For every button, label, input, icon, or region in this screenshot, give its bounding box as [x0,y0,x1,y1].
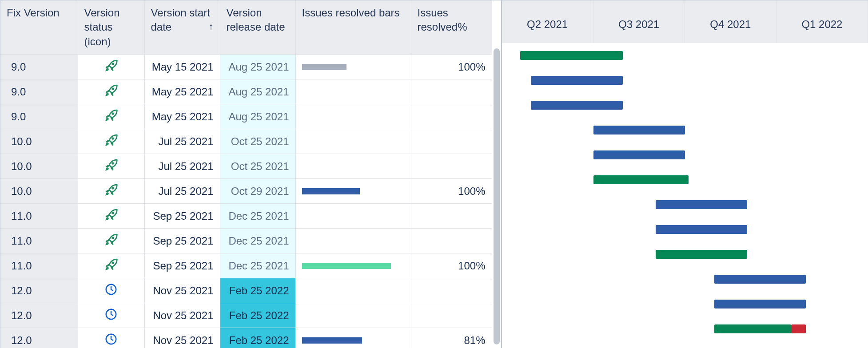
cell-release-date: Oct 29 2021 [220,179,295,204]
cell-release-date: Dec 25 2021 [220,253,295,278]
cell-issues-bar [295,104,411,129]
version-table-area: Fix Version Version status (icon) Versio… [0,0,502,348]
cell-status-icon [78,55,144,79]
table-row[interactable]: 10.0 Jul 25 2021Oct 25 2021 [0,129,492,154]
clock-icon [104,283,118,299]
cell-release-date: Dec 25 2021 [220,204,295,229]
col-issues-pct[interactable]: Issues resolved% [411,0,492,55]
cell-issues-pct [411,79,492,104]
table-row[interactable]: 11.0 Sep 25 2021Dec 25 2021100% [0,253,492,278]
gantt-bar[interactable] [791,324,806,333]
cell-start-date: Nov 25 2021 [144,303,220,328]
cell-issues-pct [411,303,492,328]
gantt-bar[interactable] [531,101,622,110]
cell-fix-version: 9.0 [0,79,78,104]
svg-point-6 [112,212,114,214]
col-release-date[interactable]: Version release date [220,0,295,55]
cell-release-date: Feb 25 2022 [220,303,295,328]
cell-start-date: May 25 2021 [144,79,220,104]
cell-status-icon [78,303,144,328]
clock-icon [104,308,118,324]
cell-issues-bar [295,253,411,278]
table-row[interactable]: 10.0 Jul 25 2021Oct 29 2021100% [0,179,492,204]
gantt-bar[interactable] [656,225,747,234]
gantt-bar[interactable] [714,300,806,308]
gantt-bar[interactable] [714,275,806,284]
cell-fix-version: 9.0 [0,104,78,129]
rocket-icon [104,208,118,225]
cell-start-date: Jul 25 2021 [144,154,220,179]
table-row[interactable]: 12.0 Nov 25 2021Feb 25 2022 [0,278,492,303]
gantt-bar[interactable] [593,126,685,134]
scrollbar-thumb[interactable] [494,48,500,344]
rocket-icon [104,59,118,75]
gantt-bar[interactable] [531,76,622,85]
cell-status-icon [78,253,144,278]
svg-point-4 [112,162,114,164]
cell-start-date: Sep 25 2021 [144,204,220,229]
col-start-date[interactable]: Version start date ↑ [144,0,220,55]
cell-issues-pct [411,154,492,179]
svg-point-5 [112,187,114,189]
gantt-bar[interactable] [656,250,747,259]
cell-start-date: Sep 25 2021 [144,253,220,278]
gantt-bar[interactable] [520,51,623,60]
cell-status-icon [78,204,144,229]
rocket-icon [104,158,118,175]
table-row[interactable]: 11.0 Sep 25 2021Dec 25 2021 [0,229,492,253]
table-row[interactable]: 9.0 May 25 2021Aug 25 2021 [0,79,492,104]
gantt-bar[interactable] [714,324,791,333]
svg-point-1 [112,88,114,89]
timeline-panel: Q2 2021Q3 2021Q4 2021Q1 2022 [502,0,868,348]
quarter-header[interactable]: Q1 2022 [776,0,868,43]
version-table: Fix Version Version status (icon) Versio… [0,0,492,348]
timeline-row [502,43,868,68]
table-row[interactable]: 11.0 Sep 25 2021Dec 25 2021 [0,204,492,229]
cell-status-icon [78,129,144,154]
cell-start-date: Nov 25 2021 [144,278,220,303]
col-issues-bars[interactable]: Issues resolved bars [295,0,411,55]
svg-point-2 [112,113,114,114]
gantt-bar[interactable] [593,150,685,159]
cell-issues-bar [295,229,411,253]
cell-fix-version: 11.0 [0,204,78,229]
quarter-header[interactable]: Q2 2021 [502,0,593,43]
rocket-icon [104,133,118,150]
timeline-row [502,118,868,142]
table-row[interactable]: 10.0 Jul 25 2021Oct 25 2021 [0,154,492,179]
cell-issues-pct: 100% [411,55,492,79]
quarter-header[interactable]: Q4 2021 [685,0,776,43]
cell-release-date: Aug 25 2021 [220,79,295,104]
gantt-bar[interactable] [656,200,747,209]
table-row[interactable]: 12.0 Nov 25 2021Feb 25 202281% [0,328,492,348]
timeline-row [502,267,868,292]
cell-start-date: Jul 25 2021 [144,179,220,204]
col-status[interactable]: Version status (icon) [78,0,144,55]
rocket-icon [104,183,118,200]
sort-asc-icon: ↑ [209,20,214,33]
cell-issues-pct: 81% [411,328,492,348]
svg-point-8 [112,262,114,263]
mini-bar [302,64,346,70]
vertical-scrollbar[interactable] [492,0,501,348]
cell-start-date: May 25 2021 [144,104,220,129]
svg-point-0 [112,63,114,64]
quarter-header[interactable]: Q3 2021 [593,0,685,43]
cell-issues-bar [295,278,411,303]
timeline-row [502,68,868,93]
table-row[interactable]: 9.0 May 15 2021Aug 25 2021100% [0,55,492,79]
cell-status-icon [78,79,144,104]
table-row[interactable]: 12.0 Nov 25 2021Feb 25 2022 [0,303,492,328]
rocket-icon [104,233,118,249]
cell-issues-bar [295,129,411,154]
gantt-bar[interactable] [593,175,689,184]
col-fix-version[interactable]: Fix Version [0,0,78,55]
rocket-icon [104,108,118,125]
cell-issues-bar [295,154,411,179]
table-row[interactable]: 9.0 May 25 2021Aug 25 2021 [0,104,492,129]
cell-issues-pct [411,129,492,154]
col-start-label: Version start date [151,7,210,33]
cell-issues-pct [411,229,492,253]
clock-icon [104,332,118,348]
rocket-icon [104,83,118,100]
